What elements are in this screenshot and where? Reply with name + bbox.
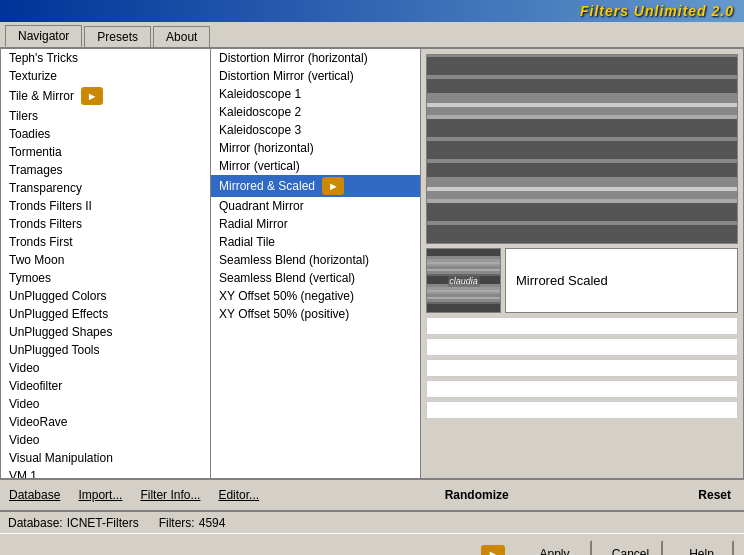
list-item[interactable]: VideoRave xyxy=(1,413,210,431)
tab-presets[interactable]: Presets xyxy=(84,26,151,47)
preview-large xyxy=(426,54,738,244)
list-item-transparency[interactable]: Transparency xyxy=(1,179,210,197)
list-item[interactable]: Toadies xyxy=(1,125,210,143)
app-title: Filters Unlimited 2.0 xyxy=(580,3,734,19)
filter-item[interactable]: XY Offset 50% (negative) xyxy=(211,287,420,305)
status-bar: Database: ICNET-Filters Filters: 4594 xyxy=(0,511,744,533)
apply-arrow-icon: ► xyxy=(481,545,505,556)
list-item-unplugged-colors[interactable]: UnPlugged Colors xyxy=(1,287,210,305)
list-item[interactable]: Tronds Filters xyxy=(1,215,210,233)
title-version: 2.0 xyxy=(712,3,734,19)
filter-item[interactable]: XY Offset 50% (positive) xyxy=(211,305,420,323)
title-text: Filters Unlimited xyxy=(580,3,712,19)
filter-item[interactable]: Kaleidoscope 1 xyxy=(211,85,420,103)
middle-panel: Distortion Mirror (horizontal) Distortio… xyxy=(211,49,421,478)
list-item[interactable]: Tymoes xyxy=(1,269,210,287)
title-bar: Filters Unlimited 2.0 xyxy=(0,0,744,22)
list-item[interactable]: Texturize xyxy=(1,67,210,85)
tabs-bar: Navigator Presets About xyxy=(0,22,744,49)
list-item-unplugged-shapes[interactable]: UnPlugged Shapes xyxy=(1,323,210,341)
filter-item[interactable]: Mirror (horizontal) xyxy=(211,139,420,157)
database-button[interactable]: Database xyxy=(5,486,64,504)
list-item[interactable]: UnPlugged Effects xyxy=(1,305,210,323)
arrow-indicator: ► xyxy=(322,177,344,195)
detail-row xyxy=(426,359,738,377)
filters-status: Filters: 4594 xyxy=(159,516,226,530)
detail-row xyxy=(426,380,738,398)
list-item[interactable]: Videofilter xyxy=(1,377,210,395)
database-key: Database: xyxy=(8,516,63,530)
tab-navigator[interactable]: Navigator xyxy=(5,25,82,47)
detail-row xyxy=(426,338,738,356)
list-item[interactable]: Tronds Filters II xyxy=(1,197,210,215)
filter-item[interactable]: Kaleidoscope 2 xyxy=(211,103,420,121)
bottom-toolbar: Database Import... Filter Info... Editor… xyxy=(0,479,744,511)
import-button[interactable]: Import... xyxy=(74,486,126,504)
filter-info-button[interactable]: Filter Info... xyxy=(136,486,204,504)
list-item[interactable]: Teph's Tricks xyxy=(1,49,210,67)
reset-button[interactable]: Reset xyxy=(690,486,739,504)
arrow-indicator: ► xyxy=(81,87,103,105)
list-item-unplugged-tools[interactable]: UnPlugged Tools xyxy=(1,341,210,359)
right-panel: claudia Mirrored Scaled xyxy=(421,49,743,478)
randomize-button[interactable]: Randomize xyxy=(437,486,517,504)
filter-item-mirrored-scaled[interactable]: Mirrored & Scaled ► xyxy=(211,175,420,197)
filter-item[interactable]: Radial Tile xyxy=(211,233,420,251)
apply-button[interactable]: Apply xyxy=(517,540,592,556)
action-bar: ► Apply Cancel Help xyxy=(0,533,744,555)
list-item[interactable]: Tormentia xyxy=(1,143,210,161)
filter-item[interactable]: Quadrant Mirror xyxy=(211,197,420,215)
preview-label-text: Mirrored Scaled xyxy=(516,273,608,288)
filters-value: 4594 xyxy=(199,516,226,530)
filter-item[interactable]: Kaleidoscope 3 xyxy=(211,121,420,139)
list-item[interactable]: Video xyxy=(1,431,210,449)
preview-details xyxy=(426,317,738,473)
list-item[interactable]: Tronds First xyxy=(1,233,210,251)
preview-image xyxy=(427,55,737,243)
list-item[interactable]: VM 1 xyxy=(1,467,210,478)
detail-row xyxy=(426,317,738,335)
database-value: ICNET-Filters xyxy=(67,516,139,530)
detail-row xyxy=(426,401,738,419)
filter-item[interactable]: Distortion Mirror (horizontal) xyxy=(211,49,420,67)
thumb-label: claudia xyxy=(447,275,480,287)
editor-button[interactable]: Editor... xyxy=(214,486,263,504)
cancel-button[interactable]: Cancel xyxy=(598,540,663,556)
help-button[interactable]: Help xyxy=(669,540,734,556)
preview-thumbnail: claudia xyxy=(426,248,501,313)
list-item-tile-mirror[interactable]: Tile & Mirror ► xyxy=(1,85,210,107)
main-content: Teph's Tricks Texturize Tile & Mirror ► … xyxy=(0,49,744,479)
filter-item[interactable]: Distortion Mirror (vertical) xyxy=(211,67,420,85)
list-item[interactable]: Video xyxy=(1,395,210,413)
list-item[interactable]: Tramages xyxy=(1,161,210,179)
filter-item[interactable]: Seamless Blend (vertical) xyxy=(211,269,420,287)
preview-filter-label: Mirrored Scaled xyxy=(505,248,738,313)
filter-item[interactable]: Radial Mirror xyxy=(211,215,420,233)
filters-key: Filters: xyxy=(159,516,195,530)
category-list[interactable]: Teph's Tricks Texturize Tile & Mirror ► … xyxy=(1,49,210,478)
list-item[interactable]: Two Moon xyxy=(1,251,210,269)
list-item[interactable]: Video xyxy=(1,359,210,377)
preview-bottom-row: claudia Mirrored Scaled xyxy=(426,248,738,313)
filter-list[interactable]: Distortion Mirror (horizontal) Distortio… xyxy=(211,49,420,478)
database-status: Database: ICNET-Filters xyxy=(8,516,139,530)
filter-item[interactable]: Seamless Blend (horizontal) xyxy=(211,251,420,269)
list-item[interactable]: Tilers xyxy=(1,107,210,125)
list-item[interactable]: Visual Manipulation xyxy=(1,449,210,467)
tab-about[interactable]: About xyxy=(153,26,210,47)
left-panel: Teph's Tricks Texturize Tile & Mirror ► … xyxy=(1,49,211,478)
filter-item[interactable]: Mirror (vertical) xyxy=(211,157,420,175)
